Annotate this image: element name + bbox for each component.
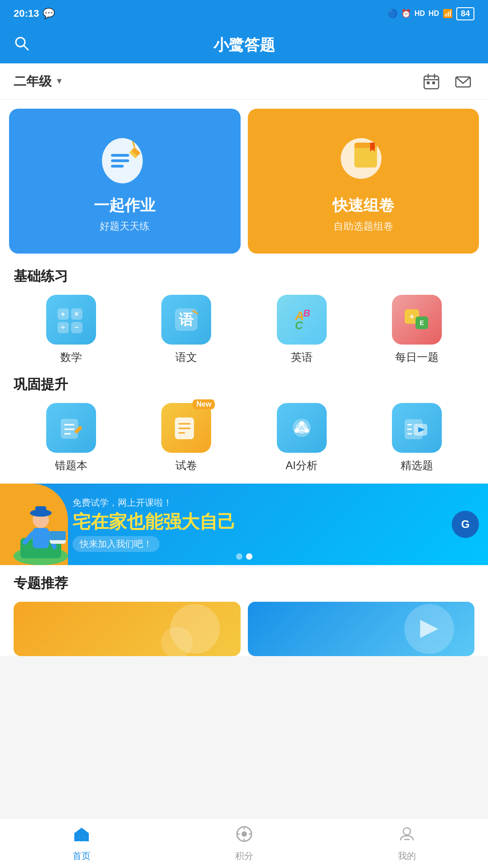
status-left: 20:13 💬 (14, 8, 55, 19)
new-badge: New (193, 399, 215, 409)
nav-home-label: 首页 (72, 850, 91, 862)
svg-text:−: − (74, 323, 78, 331)
svg-text:B: B (303, 307, 310, 319)
math-icon: + × ÷ − (46, 295, 96, 345)
svg-text:✦: ✦ (18, 510, 23, 517)
app-title: 小鹭答题 (213, 35, 275, 56)
svg-text:语: 语 (179, 312, 194, 328)
english-item[interactable]: A B C 英语 (270, 295, 333, 364)
status-right: 🔵 ⏰ HD HD 📶 84 (387, 7, 474, 20)
basic-icon-grid: + × ÷ − 数学 语 (9, 295, 479, 364)
grade-selector[interactable]: 二年级 ▼ (14, 73, 63, 90)
mistakes-item[interactable]: 错题本 (39, 403, 103, 473)
banner[interactable]: ★ ✦ 免费试学，网上开课啦！ 宅在家也能强大自己 快来加入我们吧！ G (0, 484, 488, 565)
special-card-1[interactable] (14, 602, 241, 656)
bluetooth-icon: 🔵 (387, 9, 397, 19)
banner-go-button[interactable]: G (452, 511, 479, 538)
special-title: 专题推荐 (14, 574, 474, 593)
mine-icon (398, 825, 416, 847)
svg-text:÷: ÷ (61, 323, 65, 331)
math-item[interactable]: + × ÷ − 数学 (39, 295, 103, 364)
svg-rect-12 (111, 165, 124, 168)
banner-text: 免费试学，网上开课啦！ 宅在家也能强大自己 快来加入我们吧！ (0, 488, 488, 561)
wifi-icon: 📶 (443, 9, 453, 19)
english-icon: A B C (277, 295, 327, 345)
ai-label: AI分析 (285, 458, 318, 473)
status-bar: 20:13 💬 🔵 ⏰ HD HD 📶 84 (0, 0, 488, 27)
selected-label: 精选题 (401, 458, 433, 473)
svg-text:E: E (420, 319, 424, 326)
grade-icons (420, 70, 474, 93)
calendar-button[interactable] (420, 70, 443, 93)
svg-rect-70 (50, 531, 66, 540)
english-label: 英语 (291, 350, 313, 364)
hero-cards: 一起作业 好题天天练 快速组卷 自助选题组卷 (9, 109, 479, 254)
svg-rect-10 (111, 154, 129, 157)
grade-label: 二年级 (14, 73, 52, 90)
search-icon[interactable] (14, 35, 30, 55)
chevron-down-icon: ▼ (55, 77, 63, 86)
banner-main: 宅在家也能强大自己 (72, 511, 474, 532)
special-cards (9, 602, 479, 656)
selected-icon (392, 403, 442, 453)
svg-rect-11 (111, 159, 129, 162)
special-card-2[interactable] (248, 602, 475, 656)
svg-rect-2 (424, 76, 439, 89)
svg-text:×: × (74, 310, 78, 318)
svg-line-1 (24, 45, 28, 50)
battery-icon: 84 (456, 7, 474, 20)
selected-item[interactable]: 精选题 (385, 403, 449, 473)
nav-points[interactable]: 积分 (163, 825, 325, 862)
homework-card[interactable]: 一起作业 好题天天练 (9, 109, 241, 254)
points-icon (235, 825, 253, 847)
alarm-icon: ⏰ (401, 9, 411, 19)
basic-section-title: 基础练习 (9, 267, 479, 286)
mail-button[interactable] (452, 70, 474, 93)
signal-icon: HD (415, 10, 425, 18)
svg-point-85 (403, 828, 411, 835)
homework-sub: 好题天天练 (100, 220, 150, 233)
quiz-title: 快速组卷 (333, 195, 394, 216)
homework-title: 一起作业 (94, 195, 155, 216)
advanced-section-title: 巩固提升 (9, 375, 479, 394)
daily-icon: + E (392, 295, 442, 345)
wechat-icon: 💬 (43, 8, 55, 19)
app-header: 小鹭答题 (0, 27, 488, 63)
nav-mine[interactable]: 我的 (325, 825, 488, 862)
signal-icon2: HD (429, 10, 439, 18)
exam-item[interactable]: New 试卷 (155, 403, 218, 473)
status-time: 20:13 (14, 8, 39, 19)
svg-text:C: C (295, 319, 303, 331)
daily-item[interactable]: + E 每日一题 (385, 295, 449, 364)
grade-bar: 二年级 ▼ (0, 63, 488, 100)
chinese-item[interactable]: 语 语文 (155, 295, 218, 364)
svg-rect-7 (432, 82, 435, 84)
exam-icon (161, 403, 211, 453)
banner-dots (236, 553, 252, 560)
bottom-nav: 首页 积分 我的 (0, 818, 488, 868)
ai-icon (277, 403, 327, 453)
mistakes-label: 错题本 (55, 458, 87, 473)
main-content: 一起作业 好题天天练 快速组卷 自助选题组卷 (0, 100, 488, 656)
advanced-icon-grid: 错题本 New 试卷 (9, 403, 479, 473)
svg-text:★: ★ (58, 522, 64, 529)
nav-points-label: 积分 (235, 850, 253, 862)
nav-mine-label: 我的 (398, 850, 416, 862)
quiz-icon (334, 129, 393, 188)
svg-text:+: + (410, 312, 415, 321)
quiz-sub: 自助选题组卷 (333, 220, 393, 233)
homework-icon (95, 129, 154, 188)
svg-rect-6 (427, 82, 430, 84)
exam-label: 试卷 (175, 458, 197, 473)
home-icon (72, 825, 91, 847)
banner-sub: 快来加入我们吧！ (72, 536, 159, 552)
ai-item[interactable]: AI分析 (270, 403, 333, 473)
banner-prefix: 免费试学，网上开课啦！ (72, 497, 474, 509)
quiz-card[interactable]: 快速组卷 自助选题组卷 (248, 109, 479, 254)
svg-text:+: + (61, 310, 65, 318)
daily-label: 每日一题 (395, 350, 439, 364)
chinese-icon: 语 (161, 295, 211, 345)
banner-dot-2 (246, 553, 252, 560)
nav-home[interactable]: 首页 (0, 825, 163, 862)
svg-rect-64 (33, 528, 49, 548)
